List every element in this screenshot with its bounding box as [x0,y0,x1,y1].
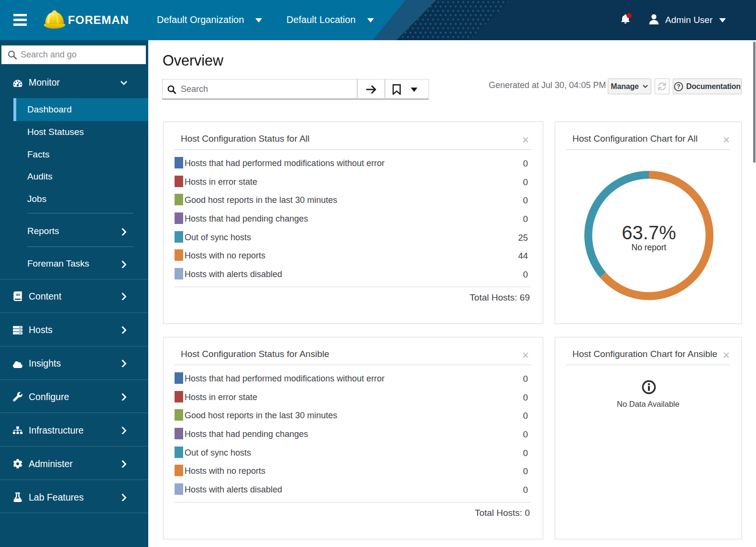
svg-text:No report: No report [632,243,667,252]
svg-text:?: ? [677,83,680,90]
svg-text:63.7%: 63.7% [622,222,676,243]
